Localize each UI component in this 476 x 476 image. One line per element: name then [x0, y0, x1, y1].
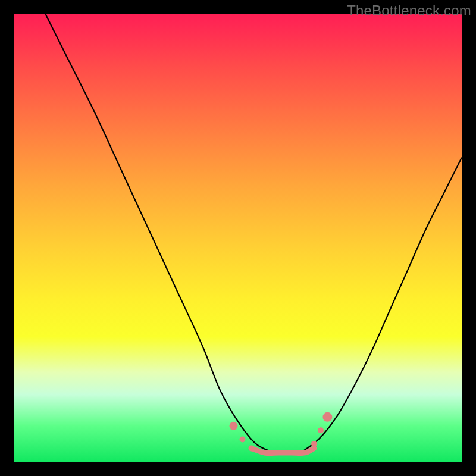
bottom-plateau: [252, 448, 314, 453]
accent-dot: [311, 441, 317, 447]
chart-frame: TheBottleneck.com: [0, 0, 476, 476]
accent-dots-right: [311, 412, 333, 447]
curve-left: [46, 14, 274, 453]
accent-dot: [249, 445, 255, 451]
chart-plot-area: [14, 14, 462, 462]
plateau-path: [252, 448, 314, 453]
accent-dot: [322, 412, 332, 422]
left-curve-path: [46, 14, 274, 453]
accent-dot: [229, 422, 237, 430]
accent-dot: [240, 436, 246, 442]
chart-svg: [14, 14, 462, 462]
accent-dot: [318, 427, 324, 433]
right-curve-path: [300, 158, 462, 453]
curve-right: [300, 158, 462, 453]
watermark-text: TheBottleneck.com: [347, 2, 471, 19]
